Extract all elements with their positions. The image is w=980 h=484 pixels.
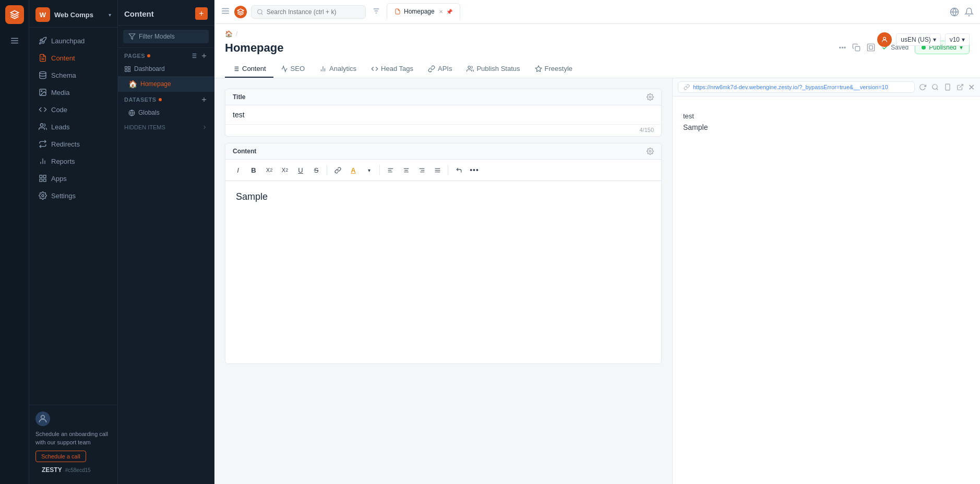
sidebar-item-settings[interactable]: Settings	[32, 187, 114, 204]
sidebar-item-redirects[interactable]: Redirects	[32, 136, 114, 152]
pages-add-icon[interactable]	[200, 52, 208, 59]
sidebar-item-content[interactable]: Content	[32, 50, 114, 66]
tab-head-tags[interactable]: Head Tags	[364, 60, 421, 78]
tab-apis-label: APIs	[438, 65, 452, 72]
rte-content-value: Sample	[236, 191, 268, 202]
breadcrumb-home[interactable]: 🏠	[225, 30, 233, 38]
rte-superscript-button[interactable]: X2	[278, 163, 292, 177]
rte-link-button[interactable]	[330, 163, 345, 177]
rte-align-right-button[interactable]	[414, 163, 429, 177]
tab-freestyle[interactable]: Freestyle	[528, 60, 580, 78]
title-field-gear-icon[interactable]	[647, 93, 654, 101]
rte-align-center-button[interactable]	[399, 163, 413, 177]
globals-item[interactable]: Globals	[118, 105, 214, 120]
sidebar-item-reports[interactable]: Reports	[32, 153, 114, 170]
tab-head-tags-label: Head Tags	[381, 65, 413, 72]
tab-pin-icon[interactable]: 📌	[446, 9, 452, 15]
rte-subscript-button[interactable]: X2	[262, 163, 277, 177]
content-field-gear-icon[interactable]	[647, 148, 654, 155]
tab-seo[interactable]: SEO	[273, 60, 312, 78]
pages-list-icon[interactable]	[190, 52, 197, 59]
rte-italic-button[interactable]: I	[231, 163, 245, 177]
search-input[interactable]	[267, 8, 360, 16]
frame-icon[interactable]	[867, 43, 875, 52]
sidebar-item-schema[interactable]: Schema	[32, 67, 114, 83]
version-selector[interactable]: v10 ▾	[945, 33, 970, 46]
tab-homepage[interactable]: Homepage ✕ 📌	[387, 3, 460, 20]
tab-apis[interactable]: APIs	[421, 60, 459, 78]
breadcrumb-separator: /	[236, 30, 237, 38]
svg-point-74	[933, 84, 937, 89]
analytics-tab-icon	[319, 65, 327, 72]
copy-icon[interactable]	[852, 43, 861, 52]
locale-selector[interactable]: usEN (US) ▾	[896, 33, 940, 46]
sidebar-item-media[interactable]: Media	[32, 84, 114, 101]
rte-more-button[interactable]: •••	[467, 163, 482, 177]
svg-line-39	[261, 13, 262, 14]
filter-models-button[interactable]: Filter Models	[123, 30, 209, 43]
locale-chevron: ▾	[933, 36, 936, 43]
hidden-items-label: HIDDEN ITEMS	[124, 124, 165, 130]
rte-highlight-button[interactable]: A	[346, 163, 361, 177]
sidebar-brand[interactable]: W Web Comps	[35, 7, 93, 22]
sidebar-item-leads[interactable]: Leads	[32, 118, 114, 135]
tab-publish-status-label: Publish Status	[476, 65, 520, 72]
svg-point-61	[649, 150, 651, 152]
sidebar-item-launchpad[interactable]: Launchpad	[32, 32, 114, 49]
content-icon	[39, 54, 47, 62]
zesty-logo-text: ZESTY	[42, 466, 62, 474]
preview-url-text: https://nrw6mk7d-dev.webengine.zesty.io/…	[693, 84, 888, 90]
rte-bold-button[interactable]: B	[246, 163, 261, 177]
svg-line-75	[937, 89, 938, 90]
page-title: Homepage	[225, 41, 283, 55]
align-right-icon	[419, 167, 425, 174]
rte-justify-button[interactable]	[430, 163, 445, 177]
redirects-icon	[39, 140, 47, 148]
rte-align-left-button[interactable]	[383, 163, 398, 177]
page-header: 🏠 / Homepage ••• Saved Published ▾	[214, 24, 980, 78]
schedule-call-button[interactable]: Schedule a call	[35, 451, 86, 462]
sidebar-item-apps[interactable]: Apps	[32, 170, 114, 187]
hidden-items-section[interactable]: HIDDEN ITEMS	[118, 120, 214, 135]
topbar-menu-icon[interactable]	[221, 6, 230, 17]
rte-strikethrough-button[interactable]: S	[309, 163, 324, 177]
zesty-logo: ZESTY #c58ecd15	[35, 462, 111, 478]
tab-publish-status[interactable]: Publish Status	[459, 60, 527, 78]
topbar-right	[950, 7, 974, 17]
hidden-chevron-icon	[201, 124, 208, 130]
rail-menu-icon[interactable]	[4, 30, 25, 51]
app-logo[interactable]	[5, 5, 24, 24]
rte-undo-button[interactable]	[451, 163, 466, 177]
version-label: v10	[950, 36, 960, 43]
tab-analytics[interactable]: Analytics	[312, 60, 364, 78]
preview-refresh-button[interactable]	[918, 82, 927, 92]
bell-icon[interactable]	[964, 7, 974, 17]
preview-external-button[interactable]	[955, 82, 965, 92]
align-left-icon	[387, 167, 394, 174]
title-field-input[interactable]	[225, 105, 661, 124]
topbar-filter-icon[interactable]	[372, 7, 380, 17]
preview-zoom-button[interactable]	[930, 82, 940, 92]
rte-underline-button[interactable]: U	[293, 163, 308, 177]
rte-content-area[interactable]: Sample	[225, 181, 661, 364]
add-content-button[interactable]: +	[195, 7, 208, 20]
dashboard-item[interactable]: Dashboard	[118, 62, 214, 76]
preview-close-button[interactable]: ✕	[968, 82, 975, 92]
sidebar-chevron-icon[interactable]: ▾	[109, 12, 111, 18]
preview-mobile-button[interactable]	[943, 82, 952, 92]
editor-body: Title 4/150 Content I B X2	[214, 78, 980, 484]
search-bar[interactable]	[251, 5, 366, 19]
rte-highlight-dropdown-button[interactable]: ▾	[362, 163, 376, 177]
tab-bar: Homepage ✕ 📌	[385, 3, 946, 20]
homepage-tree-item[interactable]: 🏠 Homepage	[118, 76, 214, 92]
globe-icon[interactable]	[950, 7, 959, 17]
sidebar-item-label-launchpad: Launchpad	[51, 37, 85, 45]
datasets-add-icon[interactable]	[200, 96, 208, 103]
datasets-badge	[159, 98, 162, 101]
more-options-icon[interactable]: •••	[839, 44, 846, 52]
justify-icon	[434, 167, 441, 174]
sidebar-item-code[interactable]: Code	[32, 101, 114, 118]
tab-close-icon[interactable]: ✕	[439, 9, 443, 15]
tab-content[interactable]: Content	[225, 60, 273, 78]
svg-point-38	[258, 9, 262, 14]
